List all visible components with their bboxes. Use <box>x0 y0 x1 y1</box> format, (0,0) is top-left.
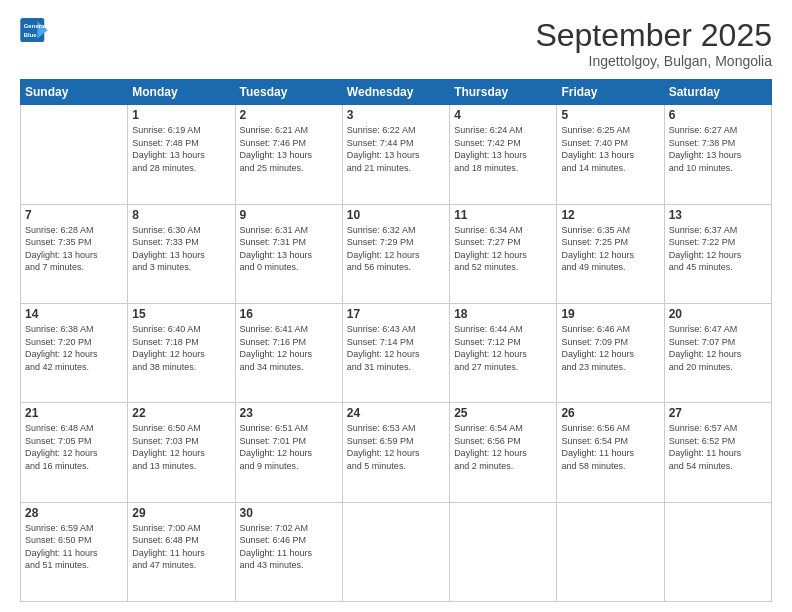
table-cell: 5Sunrise: 6:25 AMSunset: 7:40 PMDaylight… <box>557 105 664 204</box>
col-tuesday: Tuesday <box>235 80 342 105</box>
day-number: 27 <box>669 406 767 420</box>
cell-text: Sunset: 7:35 PM <box>25 236 123 249</box>
table-cell: 30Sunrise: 7:02 AMSunset: 6:46 PMDayligh… <box>235 502 342 601</box>
cell-text: Daylight: 12 hours <box>240 447 338 460</box>
table-cell: 11Sunrise: 6:34 AMSunset: 7:27 PMDayligh… <box>450 204 557 303</box>
cell-text: and 54 minutes. <box>669 460 767 473</box>
col-wednesday: Wednesday <box>342 80 449 105</box>
day-number: 13 <box>669 208 767 222</box>
cell-text: Daylight: 12 hours <box>454 348 552 361</box>
cell-text: Sunset: 7:05 PM <box>25 435 123 448</box>
cell-text: Sunset: 7:29 PM <box>347 236 445 249</box>
cell-text: Sunrise: 6:25 AM <box>561 124 659 137</box>
cell-text: and 9 minutes. <box>240 460 338 473</box>
col-friday: Friday <box>557 80 664 105</box>
table-cell: 23Sunrise: 6:51 AMSunset: 7:01 PMDayligh… <box>235 403 342 502</box>
day-number: 24 <box>347 406 445 420</box>
cell-text: and 7 minutes. <box>25 261 123 274</box>
cell-text: Sunrise: 6:47 AM <box>669 323 767 336</box>
day-number: 16 <box>240 307 338 321</box>
day-number: 10 <box>347 208 445 222</box>
cell-text: Sunrise: 6:27 AM <box>669 124 767 137</box>
table-cell: 27Sunrise: 6:57 AMSunset: 6:52 PMDayligh… <box>664 403 771 502</box>
cell-text: Sunrise: 6:35 AM <box>561 224 659 237</box>
header: General Blue September 2025 Ingettolgoy,… <box>20 18 772 69</box>
day-number: 14 <box>25 307 123 321</box>
cell-text: Daylight: 11 hours <box>561 447 659 460</box>
week-row-2: 7Sunrise: 6:28 AMSunset: 7:35 PMDaylight… <box>21 204 772 303</box>
table-cell: 18Sunrise: 6:44 AMSunset: 7:12 PMDayligh… <box>450 303 557 402</box>
cell-text: Daylight: 12 hours <box>347 348 445 361</box>
cell-text: Daylight: 13 hours <box>132 249 230 262</box>
cell-text: Daylight: 13 hours <box>240 249 338 262</box>
cell-text: Sunrise: 6:31 AM <box>240 224 338 237</box>
cell-text: Daylight: 12 hours <box>561 249 659 262</box>
cell-text: Sunrise: 7:00 AM <box>132 522 230 535</box>
day-number: 5 <box>561 108 659 122</box>
col-sunday: Sunday <box>21 80 128 105</box>
day-number: 9 <box>240 208 338 222</box>
cell-text: Sunset: 7:18 PM <box>132 336 230 349</box>
table-cell: 2Sunrise: 6:21 AMSunset: 7:46 PMDaylight… <box>235 105 342 204</box>
cell-text: and 18 minutes. <box>454 162 552 175</box>
cell-text: and 38 minutes. <box>132 361 230 374</box>
title-block: September 2025 Ingettolgoy, Bulgan, Mong… <box>535 18 772 69</box>
cell-text: Sunrise: 6:37 AM <box>669 224 767 237</box>
cell-text: Sunset: 7:09 PM <box>561 336 659 349</box>
cell-text: Sunset: 7:25 PM <box>561 236 659 249</box>
day-number: 6 <box>669 108 767 122</box>
cell-text: Sunrise: 6:38 AM <box>25 323 123 336</box>
page: General Blue September 2025 Ingettolgoy,… <box>0 0 792 612</box>
cell-text: and 25 minutes. <box>240 162 338 175</box>
header-row: Sunday Monday Tuesday Wednesday Thursday… <box>21 80 772 105</box>
cell-text: Daylight: 12 hours <box>132 348 230 361</box>
day-number: 2 <box>240 108 338 122</box>
cell-text: Sunrise: 6:59 AM <box>25 522 123 535</box>
day-number: 15 <box>132 307 230 321</box>
table-cell <box>342 502 449 601</box>
cell-text: Sunrise: 6:22 AM <box>347 124 445 137</box>
cell-text: Sunrise: 6:40 AM <box>132 323 230 336</box>
cell-text: and 42 minutes. <box>25 361 123 374</box>
cell-text: and 3 minutes. <box>132 261 230 274</box>
cell-text: Sunset: 6:52 PM <box>669 435 767 448</box>
cell-text: Sunset: 7:12 PM <box>454 336 552 349</box>
table-cell: 26Sunrise: 6:56 AMSunset: 6:54 PMDayligh… <box>557 403 664 502</box>
day-number: 20 <box>669 307 767 321</box>
cell-text: and 0 minutes. <box>240 261 338 274</box>
cell-text: Sunrise: 6:51 AM <box>240 422 338 435</box>
table-cell: 9Sunrise: 6:31 AMSunset: 7:31 PMDaylight… <box>235 204 342 303</box>
cell-text: Daylight: 13 hours <box>561 149 659 162</box>
cell-text: and 56 minutes. <box>347 261 445 274</box>
cell-text: and 58 minutes. <box>561 460 659 473</box>
cell-text: Sunrise: 6:56 AM <box>561 422 659 435</box>
table-cell <box>557 502 664 601</box>
cell-text: and 43 minutes. <box>240 559 338 572</box>
cell-text: Sunrise: 7:02 AM <box>240 522 338 535</box>
logo-icon: General Blue <box>20 18 48 42</box>
cell-text: Sunset: 7:20 PM <box>25 336 123 349</box>
table-cell: 7Sunrise: 6:28 AMSunset: 7:35 PMDaylight… <box>21 204 128 303</box>
table-cell: 20Sunrise: 6:47 AMSunset: 7:07 PMDayligh… <box>664 303 771 402</box>
cell-text: Sunset: 7:22 PM <box>669 236 767 249</box>
day-number: 18 <box>454 307 552 321</box>
cell-text: and 23 minutes. <box>561 361 659 374</box>
cell-text: Sunrise: 6:19 AM <box>132 124 230 137</box>
cell-text: Sunset: 7:03 PM <box>132 435 230 448</box>
table-cell: 29Sunrise: 7:00 AMSunset: 6:48 PMDayligh… <box>128 502 235 601</box>
table-cell: 28Sunrise: 6:59 AMSunset: 6:50 PMDayligh… <box>21 502 128 601</box>
cell-text: Sunrise: 6:21 AM <box>240 124 338 137</box>
cell-text: Sunrise: 6:53 AM <box>347 422 445 435</box>
cell-text: Sunset: 6:50 PM <box>25 534 123 547</box>
cell-text: Sunset: 7:44 PM <box>347 137 445 150</box>
day-number: 25 <box>454 406 552 420</box>
day-number: 4 <box>454 108 552 122</box>
col-monday: Monday <box>128 80 235 105</box>
cell-text: and 47 minutes. <box>132 559 230 572</box>
week-row-3: 14Sunrise: 6:38 AMSunset: 7:20 PMDayligh… <box>21 303 772 402</box>
week-row-4: 21Sunrise: 6:48 AMSunset: 7:05 PMDayligh… <box>21 403 772 502</box>
cell-text: Sunset: 7:38 PM <box>669 137 767 150</box>
day-number: 1 <box>132 108 230 122</box>
cell-text: and 5 minutes. <box>347 460 445 473</box>
cell-text: Sunrise: 6:30 AM <box>132 224 230 237</box>
